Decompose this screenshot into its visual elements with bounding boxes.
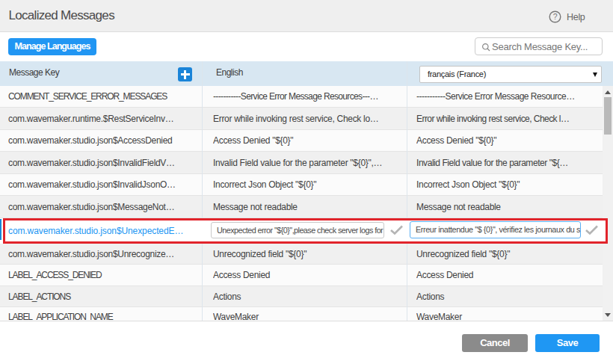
svg-text:?: ?: [553, 12, 558, 21]
